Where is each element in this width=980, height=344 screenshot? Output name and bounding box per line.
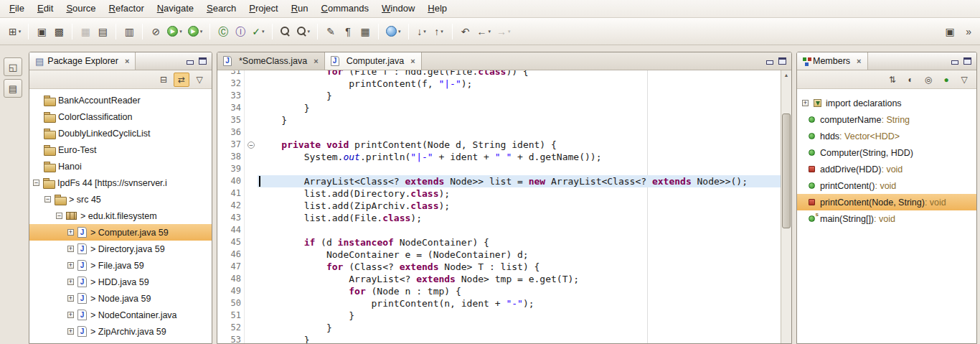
debug-button[interactable]: ▶▾	[164, 23, 185, 40]
line-number[interactable]: 53	[223, 334, 245, 343]
expander-icon[interactable]: −	[33, 180, 39, 186]
expander-icon[interactable]: +	[67, 328, 74, 335]
collapse-all-button[interactable]: ⊟	[156, 73, 171, 87]
tree-item[interactable]: ColorClassification	[29, 108, 212, 125]
minimize-button[interactable]	[765, 57, 773, 65]
line-number[interactable]: 37	[223, 139, 245, 151]
expander-icon[interactable]: +	[67, 262, 74, 269]
sort-members-button[interactable]: ⇅	[885, 73, 900, 87]
menu-item-navigate[interactable]: Navigate	[151, 0, 200, 17]
minimized-view-button[interactable]: ▤	[4, 79, 22, 98]
menu-item-project[interactable]: Project	[242, 0, 284, 17]
members-view-tab[interactable]: Members ×	[797, 52, 868, 70]
menu-item-source[interactable]: Source	[60, 0, 102, 17]
line-number[interactable]: 33	[223, 90, 245, 102]
line-number[interactable]: 39	[223, 163, 245, 175]
editor-tab[interactable]: *SomeClass.java×	[217, 52, 325, 70]
line-number[interactable]: 40	[223, 175, 245, 187]
tree-item[interactable]: Hanoi	[29, 158, 212, 175]
tree-item[interactable]: DoublyLinkedCyclicList	[29, 125, 212, 141]
code-line[interactable]	[258, 163, 781, 175]
forward-button[interactable]: →▾	[494, 23, 514, 40]
member-item[interactable]: addDrive(HDD) : void	[797, 161, 976, 177]
tree-item[interactable]: −> edu.kit.filesystem	[29, 208, 212, 224]
print-button[interactable]: ▤	[94, 23, 111, 40]
block-selection-button[interactable]: ▦	[357, 23, 374, 40]
scrollbar-thumb[interactable]	[782, 113, 791, 228]
menu-item-commands[interactable]: Commands	[315, 0, 375, 17]
tree-item[interactable]: +> File.java 59	[29, 257, 212, 274]
line-number[interactable]: 32	[223, 78, 245, 90]
expander-icon[interactable]: −	[56, 213, 62, 219]
line-number[interactable]: 49	[223, 285, 245, 297]
member-item[interactable]: hdds : Vector<HDD>	[797, 128, 976, 144]
code-line[interactable]: for (Node n : tmp) {	[258, 285, 781, 297]
member-item[interactable]: printContent(Node, String) : void	[797, 194, 976, 210]
minimize-button[interactable]	[951, 57, 958, 65]
expander-icon[interactable]: +	[67, 295, 74, 302]
line-number[interactable]: 43	[223, 212, 245, 224]
skip-all-breakpoints-button[interactable]: ⊘	[147, 23, 164, 40]
minimize-button[interactable]	[186, 57, 194, 65]
tree-item[interactable]: −> src 45	[29, 191, 212, 208]
code-line[interactable]: ArrayList<Class<? extends Node>> list = …	[258, 175, 781, 187]
scroll-up-arrow-icon[interactable]: ▲	[781, 70, 791, 80]
code-line[interactable]: }	[258, 322, 781, 334]
open-web-browser-button[interactable]: ▾	[383, 23, 404, 40]
view-menu-button[interactable]: ▽	[192, 73, 207, 87]
member-item[interactable]: computerName : String	[797, 111, 976, 128]
tree-item[interactable]: Euro-Test	[29, 141, 212, 158]
hide-non-public-members-button[interactable]: ●	[938, 73, 954, 87]
expander-icon[interactable]: −	[44, 196, 51, 203]
tree-item[interactable]: BankAccountReader	[29, 92, 212, 108]
code-line[interactable]: private void printContent(Node d, String…	[258, 139, 781, 151]
code-line[interactable]	[258, 126, 781, 139]
new-java-interface-button[interactable]: Ⓘ	[232, 23, 249, 40]
line-number[interactable]: 48	[223, 273, 245, 285]
hide-static-members-button[interactable]: ◎	[920, 73, 936, 87]
menu-item-search[interactable]: Search	[200, 0, 242, 17]
expander-icon[interactable]: +	[67, 279, 74, 285]
member-item[interactable]: printContent() : void	[797, 177, 976, 194]
code-editor[interactable]: 31 for (File f : hdd.get(File.class)) {3…	[217, 70, 791, 343]
line-number[interactable]: 47	[223, 261, 245, 273]
line-number[interactable]: 35	[223, 114, 245, 126]
perspective-button[interactable]: ▣	[941, 23, 958, 40]
member-item[interactable]: +import declarations	[797, 95, 976, 111]
mark-occurrences-button[interactable]: ✎	[322, 23, 339, 40]
menu-item-run[interactable]: Run	[285, 0, 315, 17]
link-with-editor-button[interactable]: ⇄	[174, 73, 189, 87]
new-java-project-button[interactable]: ▣	[33, 23, 50, 40]
menu-item-refactor[interactable]: Refactor	[103, 0, 151, 17]
tree-item[interactable]: +> Directory.java 59	[29, 241, 212, 257]
maximize-button[interactable]	[199, 57, 207, 65]
member-item[interactable]: Computer(String, HDD)	[797, 144, 976, 161]
code-line[interactable]: if (d instanceof NodeContainer) {	[258, 236, 781, 248]
line-number[interactable]: 46	[223, 248, 245, 261]
close-icon[interactable]: ×	[125, 57, 129, 65]
expander-icon[interactable]: +	[67, 312, 74, 318]
expander-icon[interactable]: +	[67, 229, 74, 236]
line-number[interactable]: 51	[223, 310, 245, 322]
code-line[interactable]: }	[258, 102, 781, 114]
close-icon[interactable]: ×	[857, 57, 861, 65]
line-number[interactable]: 36	[223, 126, 245, 139]
menu-item-edit[interactable]: Edit	[31, 0, 60, 17]
code-line[interactable]: System.out.println("|-" + ident + " " + …	[258, 151, 781, 163]
line-number[interactable]: 42	[223, 200, 245, 212]
code-line[interactable]: }	[258, 90, 781, 102]
search-button[interactable]: ▾	[294, 23, 314, 40]
member-item[interactable]: smain(String[]) : void	[797, 210, 976, 227]
new-java-class-button[interactable]: Ⓒ	[215, 23, 232, 40]
tree-item[interactable]: +> HDD.java 59	[29, 274, 212, 290]
code-line[interactable]: for (File f : hdd.get(File.class)) {	[258, 70, 781, 78]
expander-icon[interactable]: +	[802, 100, 809, 106]
line-number[interactable]: 41	[223, 187, 245, 200]
back-button[interactable]: ←▾	[474, 23, 494, 40]
code-line[interactable]: }	[258, 310, 781, 322]
code-line[interactable]: list.add(ZipArchiv.class);	[258, 200, 781, 212]
menu-item-file[interactable]: File	[3, 0, 31, 17]
line-number[interactable]: 45	[223, 236, 245, 248]
collapse-icon[interactable]: −	[248, 141, 255, 149]
filter-members-button[interactable]: ▽	[956, 73, 972, 87]
